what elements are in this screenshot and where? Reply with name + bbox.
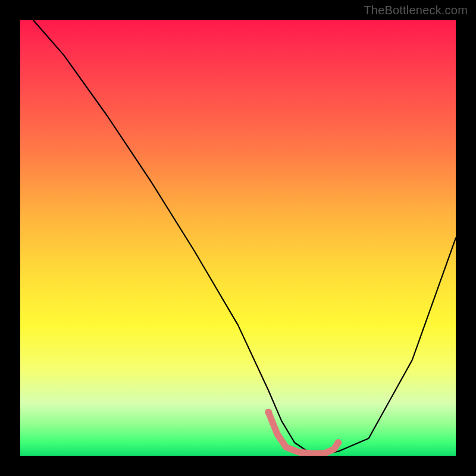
- chart-plot-area: [20, 20, 456, 456]
- chart-frame: TheBottleneck.com: [0, 0, 476, 476]
- highlight-dot: [334, 439, 342, 446]
- watermark-text: TheBottleneck.com: [364, 4, 468, 17]
- highlight-line: [268, 412, 338, 454]
- highlight-dot: [265, 409, 272, 416]
- curve-line: [33, 20, 456, 453]
- chart-svg: [20, 20, 456, 456]
